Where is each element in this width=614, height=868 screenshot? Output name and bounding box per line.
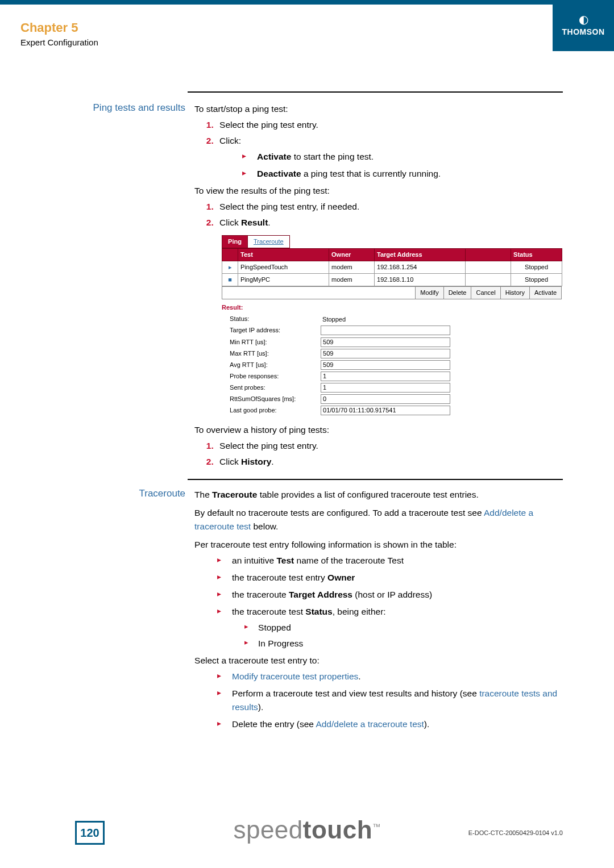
bullet-activate: Activate to start the ping test. (240, 150, 563, 164)
section-divider (188, 479, 563, 480)
view-results-intro: To view the results of the ping test: (194, 184, 563, 198)
col-status: Status (511, 249, 562, 261)
label-status: Status: (230, 314, 321, 324)
embedded-screenshot: Ping Traceroute Test Owner Target Addres… (222, 235, 562, 415)
input-max-rtt[interactable] (321, 349, 450, 358)
cell-target: 192.168.1.254 (375, 261, 466, 274)
action-modify: Modify traceroute test properties. (215, 670, 563, 683)
step-click: Click: Activate to start the ping test. … (216, 134, 563, 181)
section-label-traceroute: Traceroute (65, 488, 194, 735)
value-status (321, 315, 449, 323)
cell-target: 192.168.1.10 (375, 274, 466, 286)
cell-owner: modem (329, 261, 375, 274)
tab-ping[interactable]: Ping (222, 235, 248, 248)
status-stopped: Stopped (242, 621, 563, 635)
cell-status: Stopped (511, 261, 562, 274)
input-sent-probes[interactable] (321, 383, 450, 393)
chapter-subtitle: Expert Configuration (20, 37, 98, 47)
input-min-rtt[interactable] (321, 337, 450, 347)
status-inprogress: In Progress (242, 637, 563, 650)
ping-test-table: Test Owner Target Address Status ▸ PingS… (222, 248, 562, 286)
brand-name: THOMSON (553, 27, 614, 36)
label-min-rtt: Min RTT [us]: (230, 337, 321, 347)
input-avg-rtt[interactable] (321, 360, 450, 370)
trace-info-target: the traceroute Target Address (host or I… (215, 588, 563, 602)
cell-test: PingSpeedTouch (238, 261, 329, 274)
bullet-deactivate: Deactivate a ping test that is currently… (240, 167, 563, 181)
input-last-probe[interactable] (321, 406, 450, 415)
link-modify-traceroute[interactable]: Modify traceroute test properties (232, 671, 358, 681)
action-perform: Perform a traceroute test and view test … (215, 687, 563, 714)
brand-logo: ◐ THOMSON (553, 3, 614, 51)
label-rtt-sum: RttSumOfSquares [ms]: (230, 394, 321, 404)
label-avg-rtt: Avg RTT [us]: (230, 360, 321, 370)
col-test: Test (238, 249, 329, 261)
row-select-icon[interactable]: ■ (222, 274, 238, 286)
row-select-icon[interactable]: ▸ (222, 261, 238, 274)
delete-button[interactable]: Delete (443, 287, 471, 299)
label-max-rtt: Max RTT [us]: (230, 349, 321, 358)
document-id: E-DOC-CTC-20050429-0104 v1.0 (468, 829, 563, 836)
label-target-ip: Target IP address: (230, 326, 321, 335)
input-probe-responses[interactable] (321, 372, 450, 381)
input-rtt-sum[interactable] (321, 394, 450, 404)
table-row[interactable]: ▸ PingSpeedTouch modem 192.168.1.254 Sto… (222, 261, 562, 274)
action-delete: Delete the entry (see Add/delete a trace… (215, 717, 563, 731)
cell-test: PingMyPC (238, 274, 329, 286)
trace-select-intro: Select a traceroute test entry to: (194, 654, 563, 667)
cancel-button[interactable]: Cancel (471, 287, 500, 299)
step-select-entry: Select the ping test entry. (216, 118, 563, 132)
history-button[interactable]: History (500, 287, 529, 299)
trace-para-2: By default no traceroute tests are confi… (194, 506, 563, 533)
link-add-delete-traceroute-2[interactable]: Add/delete a traceroute test (316, 719, 424, 729)
trace-para-3: Per traceroute test entry following info… (194, 538, 563, 552)
col-spacer (466, 249, 511, 261)
main-content: Ping tests and results To start/stop a p… (65, 102, 563, 737)
input-target-ip[interactable] (321, 326, 450, 335)
activate-button[interactable]: Activate (529, 287, 561, 299)
ping-intro: To start/stop a ping test: (194, 102, 563, 116)
col-owner: Owner (329, 249, 375, 261)
trace-para-1: The Traceroute table provides a list of … (194, 488, 563, 502)
cell-status: Stopped (511, 274, 562, 286)
table-row[interactable]: ■ PingMyPC modem 192.168.1.10 Stopped (222, 274, 562, 286)
col-target: Target Address (375, 249, 466, 261)
cell-spacer (466, 261, 511, 274)
result-heading: Result: (222, 303, 562, 312)
history-step-1: Select the ping test entry. (216, 439, 563, 453)
section-label-ping: Ping tests and results (65, 102, 194, 471)
trace-info-status: the traceroute test Status, being either… (215, 605, 563, 650)
chapter-title: Chapter 5 (20, 20, 78, 35)
modify-button[interactable]: Modify (415, 287, 443, 299)
label-sent-probes: Sent probes: (230, 383, 321, 393)
top-border (0, 0, 614, 5)
section-divider (188, 91, 563, 93)
trace-info-owner: the traceroute test entry Owner (215, 571, 563, 585)
label-last-probe: Last good probe: (230, 406, 321, 415)
trace-info-test: an intuitive Test name of the traceroute… (215, 554, 563, 567)
history-intro: To overview a history of ping tests: (194, 423, 563, 437)
view-step-2: Click Result. (216, 216, 563, 229)
view-step-1: Select the ping test entry, if needed. (216, 200, 563, 214)
tab-traceroute[interactable]: Traceroute (247, 235, 290, 248)
history-step-2: Click History. (216, 455, 563, 469)
col-select (222, 249, 238, 261)
cell-owner: modem (329, 274, 375, 286)
logo-icon: ◐ (553, 12, 614, 26)
label-probe-responses: Probe responses: (230, 372, 321, 381)
cell-spacer (466, 274, 511, 286)
